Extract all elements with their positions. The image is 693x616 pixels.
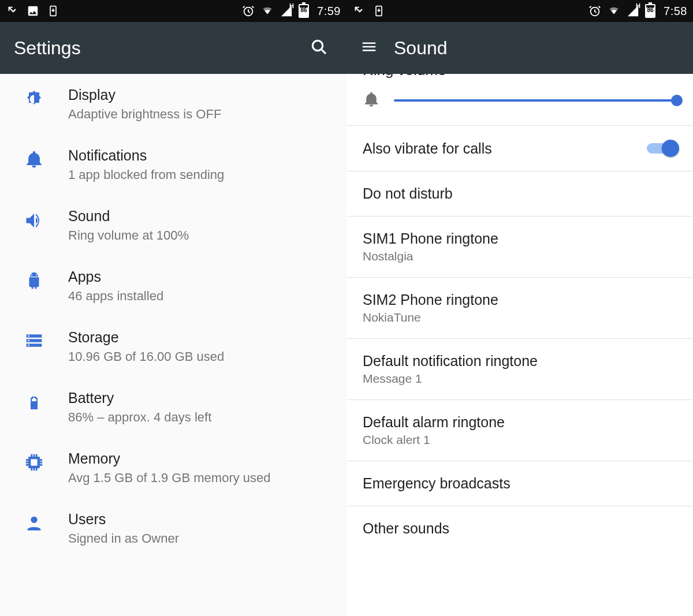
settings-screen: H 86 7:59 Settings Display Adaptive brig… [0,0,346,616]
ring-volume-slider[interactable] [394,99,677,102]
battery-icon [27,392,41,416]
sound-screen: H 86 7:58 Sound Ring volume [346,0,693,616]
svg-rect-11 [32,401,36,408]
item-title: Apps [68,268,335,285]
item-title: Default alarm ringtone [363,414,677,431]
status-bar: H 86 7:59 [0,0,346,22]
volume-icon [24,210,44,233]
item-subtitle: 86% – approx. 4 days left [68,410,335,425]
svg-point-3 [31,274,32,275]
item-title: Default notification ringtone [363,353,677,369]
sound-item-vibrate[interactable]: Also vibrate for calls [346,126,693,171]
android-icon [24,271,44,293]
sound-item-other-sounds[interactable]: Other sounds [346,506,693,551]
alarm-icon [242,5,255,17]
item-title: Memory [68,450,335,467]
clock-text: 7:58 [664,5,687,18]
wifi-icon [607,5,621,17]
svg-point-10 [28,345,29,346]
item-subtitle: 10.96 GB of 16.00 GB used [68,349,335,364]
svg-point-4 [36,274,37,275]
item-subtitle: Clock alert 1 [363,433,677,447]
page-title: Sound [394,38,448,59]
bell-icon [363,91,380,110]
item-title: Storage [68,329,335,346]
alarm-icon [588,5,601,17]
sound-list[interactable]: Ring volume Also vibrate for calls Do no… [346,74,693,616]
signal-icon: H [627,5,639,17]
item-subtitle: Adaptive brightness is OFF [68,107,335,122]
svg-rect-13 [31,459,37,465]
svg-point-8 [28,335,29,337]
search-button[interactable] [305,33,333,63]
item-title: Emergency broadcasts [363,475,677,492]
svg-point-2 [312,40,322,50]
vibrate-switch[interactable] [647,140,677,157]
settings-item-memory[interactable]: Memory Avg 1.5 GB of 1.9 GB memory used [0,438,346,498]
item-title: Sound [68,208,335,225]
item-title: Do not disturb [363,185,677,202]
bell-icon [24,150,44,171]
settings-item-sound[interactable]: Sound Ring volume at 100% [0,195,346,256]
sound-item-sim1-ringtone[interactable]: SIM1 Phone ringtone Nostalgia [346,216,693,277]
sound-item-dnd[interactable]: Do not disturb [346,171,693,216]
svg-point-9 [28,340,29,342]
item-title: Notifications [68,147,335,164]
item-title: Display [68,87,335,103]
item-subtitle: Ring volume at 100% [68,228,335,243]
item-subtitle: NokiaTune [363,311,677,324]
item-subtitle: 46 apps installed [68,289,335,304]
settings-item-storage[interactable]: Storage 10.96 GB of 16.00 GB used [0,316,346,377]
page-title: Settings [14,38,81,59]
download-icon [373,5,385,17]
wifi-icon [260,5,274,17]
item-subtitle: Message 1 [363,372,677,386]
slider-thumb[interactable] [671,95,683,106]
settings-item-notifications[interactable]: Notifications 1 app blocked from sending [0,135,346,195]
signal-icon: H [280,5,293,17]
item-title: Other sounds [363,520,677,537]
item-title: SIM1 Phone ringtone [363,230,677,247]
settings-item-apps[interactable]: Apps 46 apps installed [0,256,346,316]
settings-item-display[interactable]: Display Adaptive brightness is OFF [0,74,346,135]
item-title: Users [68,511,335,528]
item-title: Also vibrate for calls [363,140,647,157]
memory-icon [23,453,45,475]
battery-status-icon: 86 [645,4,655,18]
menu-button[interactable] [360,38,394,58]
app-bar: Sound [346,22,693,74]
download-icon [47,5,59,17]
item-title: Battery [68,390,335,406]
sound-item-emergency[interactable]: Emergency broadcasts [346,461,693,506]
missed-call-icon [352,5,365,17]
sound-item-sim2-ringtone[interactable]: SIM2 Phone ringtone NokiaTune [346,278,693,338]
svg-point-14 [31,517,37,523]
storage-icon [23,331,46,352]
settings-item-users[interactable]: Users Signed in as Owner [0,498,346,559]
settings-item-battery[interactable]: Battery 86% – approx. 4 days left [0,377,346,438]
item-subtitle: Nostalgia [363,249,677,263]
ring-volume-label: Ring volume [363,74,677,79]
item-title: SIM2 Phone ringtone [363,292,677,308]
item-subtitle: Avg 1.5 GB of 1.9 GB memory used [68,471,335,486]
sound-item-alarm-ringtone[interactable]: Default alarm ringtone Clock alert 1 [346,400,693,461]
sound-item-notification-ringtone[interactable]: Default notification ringtone Message 1 [346,339,693,400]
item-subtitle: Signed in as Owner [68,531,335,546]
clock-text: 7:59 [317,5,341,18]
item-subtitle: 1 app blocked from sending [68,167,335,182]
settings-list: Display Adaptive brightness is OFF Notif… [0,74,346,559]
status-bar: H 86 7:58 [346,0,693,22]
brightness-icon [24,89,44,112]
image-icon [27,5,39,17]
missed-call-icon [6,5,18,17]
ring-volume-slider-row [346,84,693,125]
battery-status-icon: 86 [299,4,309,18]
person-icon [24,513,44,535]
app-bar: Settings [0,22,346,74]
